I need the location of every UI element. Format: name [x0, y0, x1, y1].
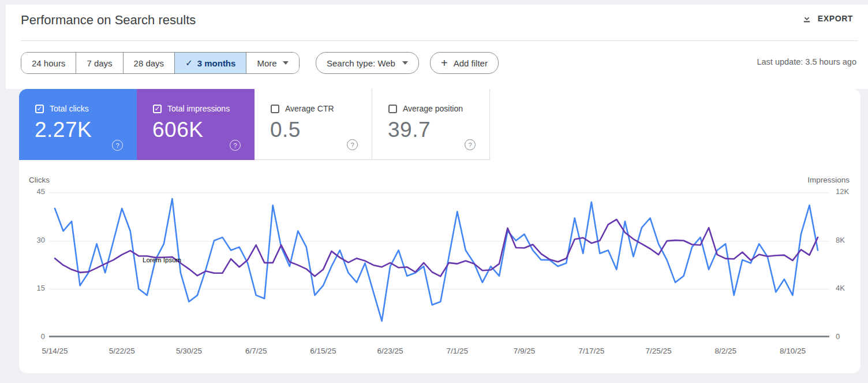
metric-card-total-clicks[interactable]: ✓ Total clicks 2.27K ? — [19, 89, 137, 160]
y-tick-left: 15 — [20, 284, 45, 292]
x-tick-label: 5/22/25 — [96, 347, 148, 355]
y-tick-left: 45 — [20, 187, 45, 196]
performance-page: Performance on Search results EXPORT 24 … — [0, 0, 868, 383]
y-tick-left: 0 — [20, 332, 45, 341]
metric-card-total-impressions[interactable]: ✓ Total impressions 606K ? — [137, 89, 255, 160]
header-divider — [21, 40, 858, 41]
range-3-months[interactable]: ✓ 3 months — [175, 53, 246, 73]
range-28-days[interactable]: 28 days — [124, 53, 175, 73]
y-tick-right: 8K — [836, 236, 861, 244]
metric-label: Total clicks — [50, 104, 89, 113]
metric-card-average-position[interactable]: ✓ Average position 39.7 ? — [372, 89, 490, 160]
export-label: EXPORT — [818, 14, 853, 23]
y-tick-right: 12K — [836, 187, 861, 196]
x-tick-label: 8/2/25 — [699, 347, 751, 355]
page-title: Performance on Search results — [21, 13, 196, 28]
x-tick-label: 6/7/25 — [230, 347, 282, 355]
x-tick-label: 8/10/25 — [766, 347, 818, 355]
metric-label: Average position — [403, 104, 463, 113]
help-icon[interactable]: ? — [112, 140, 123, 151]
y-tick-right: 4K — [836, 284, 861, 292]
export-button[interactable]: EXPORT — [798, 13, 856, 24]
download-icon — [802, 13, 812, 24]
right-axis-title: Impressions — [807, 176, 850, 184]
plus-icon: + — [441, 57, 448, 69]
x-tick-label: 7/17/25 — [566, 347, 618, 355]
checkbox-average-position[interactable]: ✓ — [388, 105, 397, 113]
chart-annotation: Lorem Ipsum — [143, 256, 181, 263]
chevron-down-icon — [402, 61, 408, 65]
x-tick-label: 6/23/25 — [364, 347, 416, 355]
metric-value: 0.5 — [270, 118, 372, 142]
check-icon: ✓ — [185, 58, 193, 68]
y-tick-left: 30 — [20, 236, 45, 244]
metric-value: 39.7 — [388, 118, 489, 142]
metric-value: 2.27K — [35, 118, 137, 142]
range-more[interactable]: More — [246, 53, 298, 73]
date-range-group: 24 hours 7 days 28 days ✓ 3 months More — [21, 52, 300, 74]
x-tick-label: 7/9/25 — [499, 347, 551, 355]
range-7-days[interactable]: 7 days — [76, 53, 123, 73]
x-tick-label: 7/1/25 — [431, 347, 483, 355]
metric-label: Total impressions — [167, 104, 230, 113]
metric-card-average-ctr[interactable]: ✓ Average CTR 0.5 ? — [255, 89, 372, 160]
checkbox-average-ctr[interactable]: ✓ — [271, 105, 279, 113]
last-update-text: Last update: 3.5 hours ago — [757, 57, 856, 66]
checkbox-total-clicks[interactable]: ✓ — [35, 105, 44, 113]
add-filter-button[interactable]: + Add filter — [430, 52, 499, 74]
help-icon[interactable]: ? — [347, 139, 358, 150]
x-tick-label: 6/15/25 — [297, 347, 349, 355]
x-tick-label: 5/30/25 — [163, 347, 215, 355]
checkbox-total-impressions[interactable]: ✓ — [153, 105, 162, 113]
search-type-dropdown[interactable]: Search type: Web — [316, 52, 419, 74]
help-icon[interactable]: ? — [230, 140, 241, 151]
left-axis-title: Clicks — [29, 176, 50, 184]
range-24-hours[interactable]: 24 hours — [21, 53, 76, 73]
metric-label: Average CTR — [285, 104, 334, 113]
x-tick-label: 5/14/25 — [29, 347, 81, 355]
y-tick-right: 0 — [836, 332, 861, 341]
chevron-down-icon — [283, 61, 289, 65]
help-icon[interactable]: ? — [465, 139, 476, 150]
metric-value: 606K — [152, 118, 255, 142]
x-tick-label: 7/25/25 — [633, 347, 684, 355]
